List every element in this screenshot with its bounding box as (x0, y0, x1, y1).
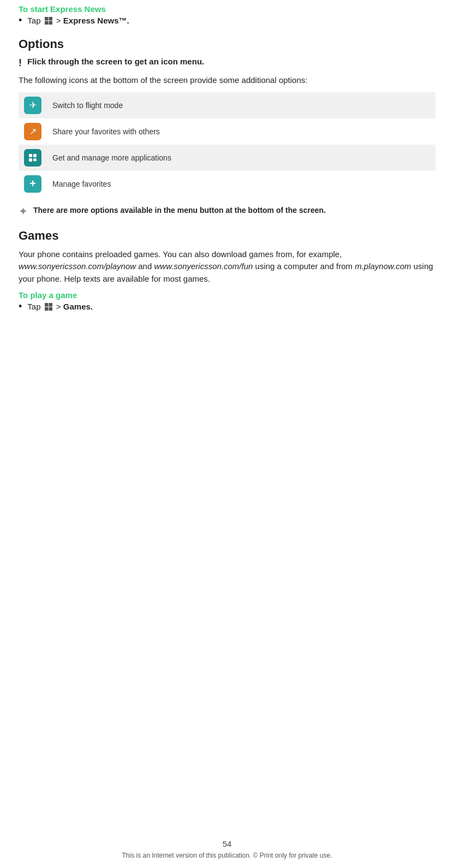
games-body: Your phone contains preloaded games. You… (19, 248, 435, 286)
icon-desc-share: Share your favorites with others (47, 118, 435, 145)
svg-rect-3 (49, 21, 52, 25)
icon-table: ✈ Switch to flight mode ↗ Share your fav… (19, 92, 435, 197)
games-heading: Games (19, 229, 435, 243)
svg-rect-12 (49, 307, 52, 311)
games-url1: www.sonyericsson.com/playnow (19, 261, 136, 271)
icon-desc-flight: Switch to flight mode (47, 92, 435, 118)
exclamation-icon: ! (19, 57, 22, 69)
games-url3: m.playnow.com (355, 261, 411, 271)
icon-cell: ↗ (19, 118, 47, 145)
tap-express-news-item: • Tap > Express News™. (19, 16, 435, 26)
note-text: Flick through the screen to get an icon … (27, 57, 204, 66)
svg-rect-5 (33, 154, 37, 157)
tip-text: There are more options available in the … (33, 205, 326, 216)
svg-rect-2 (45, 21, 49, 25)
icon-desc-apps: Get and manage more applications (47, 145, 435, 171)
windows-icon (44, 16, 53, 25)
games-and: and (138, 261, 152, 271)
page-content: To start Express News • Tap > Express Ne… (0, 0, 454, 349)
games-body-end: using a computer and from (255, 261, 353, 271)
to-start-heading: To start Express News (19, 4, 435, 14)
tap-games-text: Tap > Games. (27, 302, 93, 312)
bullet-dot: • (19, 301, 22, 312)
table-row: ✈ Switch to flight mode (19, 92, 435, 118)
windows-icon-games (44, 302, 53, 311)
icon-desc-favorites: Manage favorites (47, 171, 435, 197)
svg-rect-0 (45, 17, 49, 21)
svg-rect-6 (29, 158, 32, 162)
icon-cell: + (19, 145, 47, 171)
manage-favorites-icon: + (24, 175, 41, 193)
bullet-dot: • (19, 15, 22, 26)
tip-row: ✦ There are more options available in th… (19, 205, 435, 218)
table-row: ↗ Share your favorites with others (19, 118, 435, 145)
table-row: + Manage favorites (19, 171, 435, 197)
icon-cell: + (19, 171, 47, 197)
page-number: 54 (223, 839, 232, 848)
manage-apps-icon: + (24, 149, 41, 167)
flight-mode-icon: ✈ (24, 97, 41, 114)
games-body-start: Your phone contains preloaded games. You… (19, 249, 342, 259)
table-row: + Get and manage more applications (19, 145, 435, 171)
tap-games-item: • Tap > Games. (19, 302, 435, 312)
svg-rect-11 (45, 307, 49, 311)
svg-text:+: + (34, 159, 36, 163)
share-icon: ↗ (24, 123, 41, 140)
footer-text: This is an Internet version of this publ… (122, 852, 332, 859)
svg-rect-4 (29, 154, 32, 157)
body-intro: The following icons at the bottom of the… (19, 74, 435, 87)
icon-cell: ✈ (19, 92, 47, 118)
tip-icon: ✦ (19, 205, 28, 218)
svg-rect-9 (45, 303, 49, 307)
options-heading: Options (19, 37, 435, 51)
tap-express-news-text: Tap > Express News™. (27, 16, 129, 26)
games-url2: www.sonyericsson.com/fun (154, 261, 253, 271)
note-row: ! Flick through the screen to get an ico… (19, 57, 435, 69)
svg-rect-1 (49, 17, 52, 21)
to-play-heading: To play a game (19, 290, 435, 300)
svg-rect-10 (49, 303, 52, 307)
